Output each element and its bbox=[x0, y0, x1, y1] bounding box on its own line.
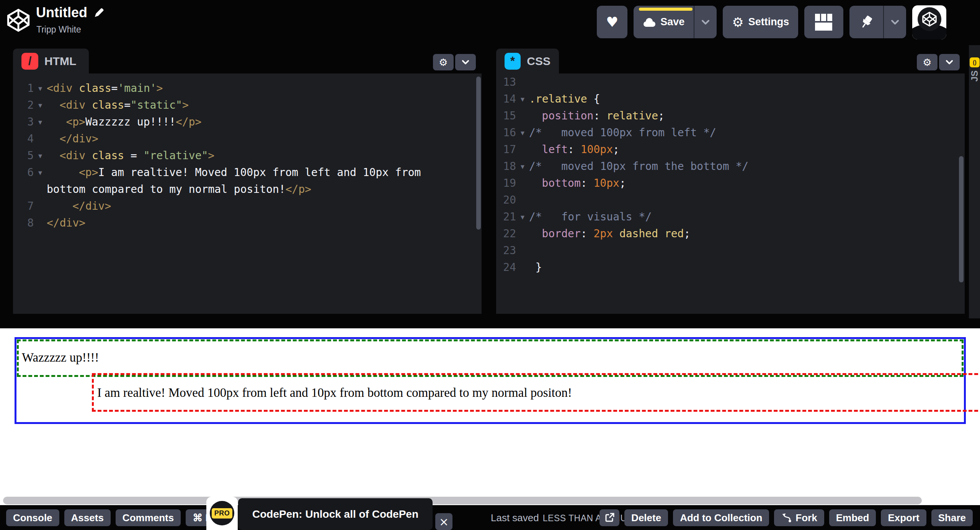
pro-badge-tile[interactable]: PRO bbox=[206, 497, 238, 530]
tab-html[interactable]: / HTML bbox=[13, 49, 89, 74]
html-editor[interactable]: 1▾<div class='main'>2▾<div class="static… bbox=[13, 73, 482, 314]
css-settings-button[interactable]: ⚙ bbox=[917, 54, 938, 70]
share-button[interactable]: Share bbox=[931, 509, 973, 526]
pro-promo-text: CodePen: Unlock all of CodePen bbox=[252, 508, 418, 520]
code-line[interactable]: 3▾<p>Wazzzzz up!!!!</p> bbox=[13, 114, 482, 130]
fork-button[interactable]: Fork bbox=[774, 509, 824, 526]
code-line[interactable]: 24} bbox=[496, 259, 965, 276]
code-text: .relative { bbox=[529, 91, 965, 108]
code-line[interactable]: 8</div> bbox=[13, 215, 482, 232]
footer-left-actions: Console Assets Comments ⌘ Keys bbox=[6, 509, 236, 526]
code-line[interactable]: 20 bbox=[496, 192, 965, 209]
code-line[interactable]: 13 bbox=[496, 74, 965, 91]
code-text: /* moved 100px from left */ bbox=[529, 124, 965, 141]
line-number: 1 bbox=[13, 80, 34, 97]
promo-close-button[interactable]: × bbox=[435, 513, 452, 530]
editor-region: / HTML ⚙ 1▾<div class='main'>2▾<div clas… bbox=[0, 45, 980, 328]
fold-arrow-icon[interactable]: ▾ bbox=[516, 209, 529, 225]
code-text: /* for visuals */ bbox=[529, 209, 965, 225]
layout-button[interactable] bbox=[804, 6, 843, 38]
fold-arrow-icon bbox=[516, 74, 529, 91]
avatar[interactable] bbox=[912, 5, 946, 39]
line-number: 21 bbox=[496, 209, 516, 225]
code-line[interactable]: 1▾<div class='main'> bbox=[13, 80, 482, 97]
html-settings-button[interactable]: ⚙ bbox=[433, 54, 454, 70]
fold-arrow-icon[interactable]: ▾ bbox=[516, 124, 529, 141]
pro-promo-popup[interactable]: CodePen: Unlock all of CodePen bbox=[238, 498, 433, 530]
assets-button[interactable]: Assets bbox=[64, 509, 111, 526]
html-collapse-button[interactable] bbox=[455, 54, 476, 70]
fold-arrow-icon[interactable]: ▾ bbox=[34, 97, 47, 114]
line-number: 6 bbox=[13, 164, 34, 181]
line-number: 24 bbox=[496, 259, 516, 276]
css-panel-controls: ⚙ bbox=[917, 54, 960, 70]
js-badge-icon: () bbox=[970, 57, 980, 67]
code-line[interactable]: 22border: 2px dashed red; bbox=[496, 225, 965, 242]
delete-button[interactable]: Delete bbox=[624, 509, 668, 526]
fold-arrow-icon[interactable]: ▾ bbox=[516, 91, 529, 108]
pin-button-group bbox=[849, 6, 906, 38]
settings-button[interactable]: ⚙ Settings bbox=[723, 6, 798, 38]
code-line[interactable]: 17left: 100px; bbox=[496, 141, 965, 158]
code-line[interactable]: bottom compared to my normal positon!</p… bbox=[13, 181, 482, 198]
save-dropdown-button[interactable] bbox=[694, 6, 717, 38]
fold-arrow-icon[interactable]: ▾ bbox=[34, 114, 47, 130]
code-text: </div> bbox=[47, 130, 482, 147]
fold-arrow-icon bbox=[516, 108, 529, 124]
code-line[interactable]: 18▾/* moved 10px from the bottom */ bbox=[496, 158, 965, 175]
settings-label: Settings bbox=[748, 16, 789, 28]
code-line[interactable]: 4</div> bbox=[13, 130, 482, 147]
export-button[interactable]: Export bbox=[881, 509, 926, 526]
console-button[interactable]: Console bbox=[6, 509, 59, 526]
code-line[interactable]: 15position: relative; bbox=[496, 108, 965, 124]
html-scrollbar[interactable] bbox=[476, 77, 481, 230]
pin-button[interactable] bbox=[849, 6, 883, 38]
code-line[interactable]: 14▾.relative { bbox=[496, 91, 965, 108]
code-line[interactable]: 2▾<div class="static"> bbox=[13, 97, 482, 114]
code-text: bottom compared to my normal positon!</p… bbox=[47, 181, 482, 198]
code-text bbox=[529, 192, 965, 209]
code-line[interactable]: 16▾/* moved 100px from left */ bbox=[496, 124, 965, 141]
code-text bbox=[529, 74, 965, 91]
css-code-area: 1314▾.relative {15position: relative;16▾… bbox=[496, 74, 965, 276]
pen-author[interactable]: Tripp White bbox=[36, 24, 81, 35]
line-number: 22 bbox=[496, 225, 516, 242]
code-line[interactable]: 21▾/* for visuals */ bbox=[496, 209, 965, 225]
embed-button[interactable]: Embed bbox=[829, 509, 876, 526]
fold-arrow-icon[interactable]: ▾ bbox=[34, 147, 47, 164]
edit-pencil-icon[interactable] bbox=[93, 7, 105, 18]
fold-arrow-icon bbox=[34, 215, 47, 232]
css-scrollbar[interactable] bbox=[959, 156, 964, 282]
codepen-logo-icon[interactable] bbox=[6, 8, 31, 32]
code-line[interactable]: 5▾<div class = "relative"> bbox=[13, 147, 482, 164]
css-tab-label: CSS bbox=[527, 55, 550, 68]
css-editor[interactable]: 1314▾.relative {15position: relative;16▾… bbox=[496, 73, 965, 314]
code-text: /* moved 10px from the bottom */ bbox=[529, 158, 965, 175]
line-number: 13 bbox=[496, 74, 516, 91]
last-saved-label: Last saved bbox=[491, 512, 539, 524]
code-line[interactable]: 7</div> bbox=[13, 198, 482, 215]
tab-css[interactable]: * CSS bbox=[496, 49, 559, 74]
fold-arrow-icon[interactable]: ▾ bbox=[34, 80, 47, 97]
gear-icon: ⚙ bbox=[923, 57, 931, 68]
code-line[interactable]: 6▾<p>I am realtive! Moved 100px from lef… bbox=[13, 164, 482, 181]
close-icon: × bbox=[439, 515, 449, 528]
code-line[interactable]: 19bottom: 10px; bbox=[496, 175, 965, 192]
footer-right-actions: Delete Add to Collection Fork Embed Expo… bbox=[599, 509, 973, 526]
css-badge-icon: * bbox=[505, 53, 521, 70]
fold-arrow-icon[interactable]: ▾ bbox=[516, 158, 529, 175]
comments-button[interactable]: Comments bbox=[116, 509, 181, 526]
save-button-group: Save bbox=[634, 6, 717, 38]
fold-arrow-icon[interactable]: ▾ bbox=[34, 164, 47, 181]
open-external-button[interactable] bbox=[599, 509, 619, 526]
add-to-collection-button[interactable]: Add to Collection bbox=[673, 509, 769, 526]
like-button[interactable]: ♥ bbox=[597, 6, 627, 38]
css-collapse-button[interactable] bbox=[939, 54, 960, 70]
code-text: } bbox=[529, 259, 965, 276]
chevron-down-icon bbox=[946, 60, 953, 65]
preview-horizontal-scrollbar[interactable] bbox=[3, 497, 922, 504]
pin-dropdown-button[interactable] bbox=[883, 6, 906, 38]
line-number: 16 bbox=[496, 124, 516, 141]
code-line[interactable]: 23 bbox=[496, 242, 965, 259]
js-collapsed-panel[interactable]: () JS bbox=[967, 45, 980, 318]
